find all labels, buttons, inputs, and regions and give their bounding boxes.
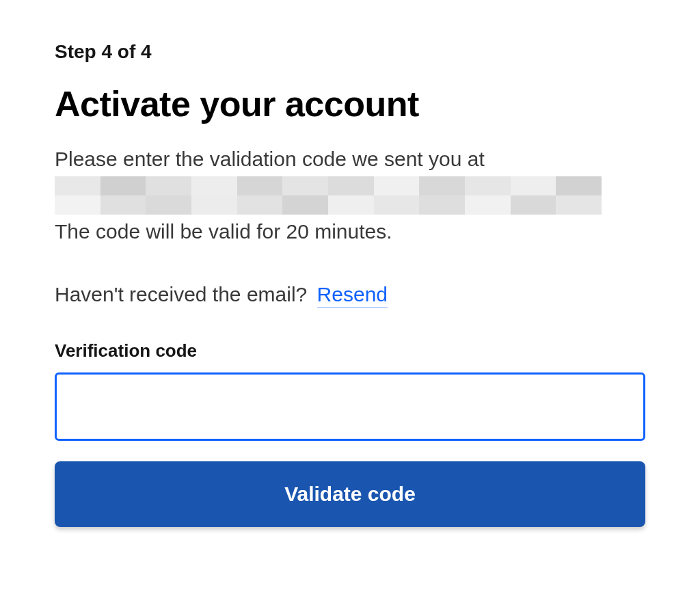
validate-code-button[interactable]: Validate code: [55, 461, 645, 527]
page-title: Activate your account: [55, 83, 645, 124]
step-indicator: Step 4 of 4: [55, 41, 645, 63]
instruction-line-1: Please enter the validation code we sent…: [55, 145, 645, 174]
verification-code-input[interactable]: [55, 372, 645, 441]
redacted-email: [55, 176, 602, 215]
validity-text: The code will be valid for 20 minutes.: [55, 220, 645, 243]
resend-row: Haven't received the email? Resend: [55, 283, 645, 306]
verification-code-label: Verification code: [55, 340, 645, 362]
activation-form-container: Step 4 of 4 Activate your account Please…: [55, 41, 645, 527]
resend-link[interactable]: Resend: [317, 283, 388, 308]
resend-prompt: Haven't received the email?: [55, 283, 307, 306]
